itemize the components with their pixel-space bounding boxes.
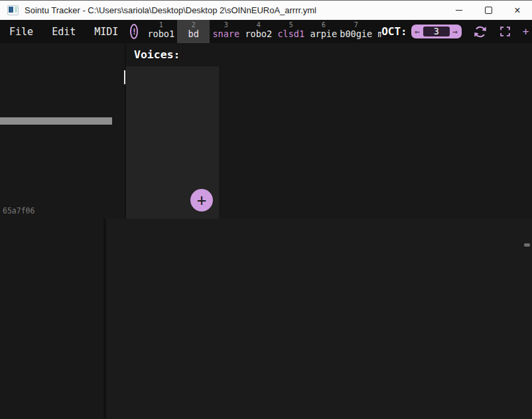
oscilloscope (0, 146, 126, 167)
app-icon (7, 5, 19, 15)
menubar: File Edit MIDI ! 1robo12bd3snare4robo25c… (0, 20, 532, 43)
octave-increment[interactable]: → (450, 25, 461, 38)
song-panel: 65a7f06 (0, 43, 125, 219)
track-tab-robo2[interactable]: 4robo2 (242, 20, 275, 43)
track-tab-name: robo1 (145, 29, 177, 40)
track-tab-name: snare (210, 29, 242, 40)
alert-icon[interactable]: ! (130, 24, 138, 39)
menu-midi[interactable]: MIDI (85, 26, 127, 38)
add-unit-button[interactable]: + (190, 189, 213, 211)
octave-value: 3 (423, 27, 450, 36)
track-tab-number: 3 (210, 21, 242, 29)
close-button[interactable]: × (503, 1, 532, 21)
minimize-button[interactable] (444, 1, 474, 21)
octave-decrement[interactable]: ← (412, 25, 423, 38)
maximize-icon (485, 7, 492, 14)
window-title: Sointu Tracker - C:\Users\sariola\Deskto… (25, 5, 316, 15)
maximize-button[interactable] (474, 1, 503, 21)
titlebar: Sointu Tracker - C:\Users\sariola\Deskto… (0, 0, 532, 20)
track-tab-name: bd (177, 29, 210, 40)
track-tab-number: 5 (275, 21, 307, 29)
track-tab-number: 8 (372, 21, 381, 29)
topright-icons: + (473, 25, 529, 39)
track-tab-name: melo (372, 29, 381, 40)
expand-icon[interactable] (499, 25, 511, 38)
octave-spinner[interactable]: ←3→ (411, 25, 462, 38)
track-tab-snare[interactable]: 3snare (210, 20, 242, 43)
editor-column-headers (106, 243, 532, 255)
add-track-icon[interactable]: + (523, 25, 529, 38)
sointu-tracker-window: Sointu Tracker - C:\Users\sariola\Deskto… (0, 0, 532, 419)
track-tab-number: 2 (177, 21, 210, 29)
track-tab-name: robo2 (242, 29, 275, 40)
track-tab-bd[interactable]: 2bd (177, 20, 210, 43)
track-tab-number: 7 (340, 21, 372, 29)
track-tab-robo1[interactable]: 1robo1 (145, 20, 177, 43)
voices-label: Voices: (134, 48, 180, 61)
track-tab-arpie[interactable]: 6arpie (307, 20, 340, 43)
track-tab-number: 4 (242, 21, 275, 29)
track-tab-name: b00gie (340, 29, 372, 40)
track-tab-b00gie[interactable]: 7b00gie (340, 20, 372, 43)
voices-header: Voices: (126, 43, 532, 66)
editor-toolbar (106, 219, 532, 243)
close-icon: × (514, 5, 520, 16)
window-controls: × (444, 1, 532, 21)
version-hash: 65a7f06 (3, 206, 34, 215)
menu-file[interactable]: File (0, 26, 42, 38)
unitlist-scrollbar[interactable] (124, 70, 125, 84)
minimize-icon (456, 10, 462, 11)
order-list (0, 219, 103, 419)
track-tabs: 1robo12bd3snare4robo25clsd16arpie7b00gie… (145, 20, 381, 43)
pattern-editor (106, 219, 532, 419)
track-tab-name: clsd1 (275, 29, 307, 40)
editor-scrollbar[interactable] (524, 243, 530, 247)
song-progress-bar[interactable] (0, 117, 112, 125)
track-tab-clsd1[interactable]: 5clsd1 (275, 20, 307, 43)
menu-edit[interactable]: Edit (42, 26, 85, 38)
track-tab-melo[interactable]: 8melo (372, 20, 381, 43)
unit-params (219, 66, 532, 219)
sync-icon[interactable] (473, 25, 488, 39)
octave-label: OCT: (381, 25, 407, 38)
track-tab-number: 1 (145, 21, 177, 29)
track-tab-name: arpie (307, 29, 340, 40)
menubar-right: OCT: ←3→ + (381, 25, 532, 39)
track-tab-number: 6 (307, 21, 340, 29)
